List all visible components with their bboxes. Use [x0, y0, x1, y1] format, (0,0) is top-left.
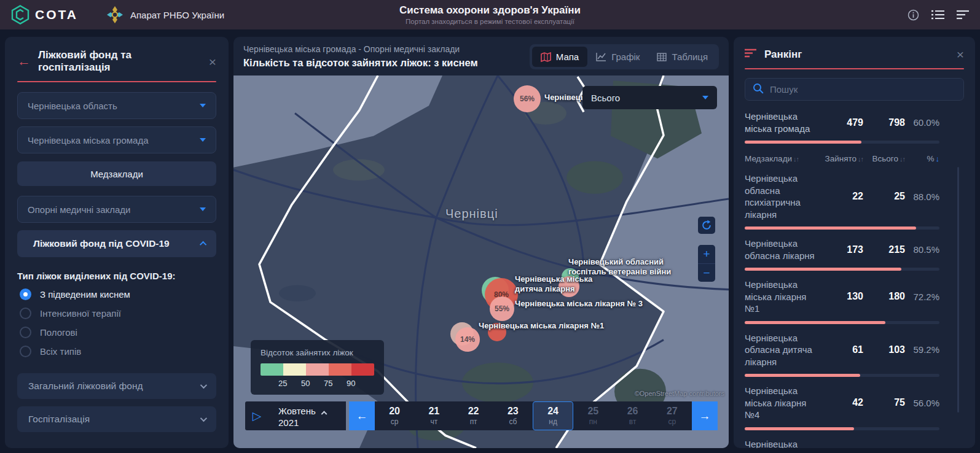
play-icon: ▷	[253, 409, 262, 423]
bubble-percent: 55%	[495, 304, 509, 313]
chevron-up-icon	[321, 411, 327, 417]
ranking-filter-icon	[745, 48, 757, 60]
map-label-h3: Чернівецька міська лікарня № 3	[515, 299, 643, 309]
section-hospitalization[interactable]: Госпіталізація	[17, 406, 216, 432]
year-label: 2021	[278, 417, 299, 428]
cota-logo[interactable]: COTA	[11, 5, 78, 25]
facility-type-select[interactable]: Опорні медичні заклади	[17, 196, 216, 223]
table-row[interactable]: Чернівецька обласна лікарня 173 215 80.5…	[745, 230, 964, 271]
map-refresh-button[interactable]	[698, 217, 715, 234]
play-button[interactable]: ▷	[245, 401, 269, 430]
radio-icon	[20, 346, 31, 357]
map-zoom-controls: + −	[698, 245, 715, 282]
radio-option-oxygen[interactable]: З підведеним киснем	[17, 288, 216, 300]
month-selector[interactable]: Жовтень 2021	[269, 401, 346, 430]
info-icon[interactable]	[907, 9, 919, 21]
ranking-rows: Чернівецька обласна психіатрична лікарня…	[745, 165, 964, 448]
day-cell-21[interactable]: 21чт	[414, 401, 453, 430]
city-label: Чернівці	[445, 207, 498, 221]
month-label: Жовтень	[278, 406, 316, 416]
app-header: COTA Апарат РНБО України Система охорони…	[0, 0, 980, 29]
zoom-in-button[interactable]: +	[698, 245, 715, 263]
timeline-prev-button[interactable]: ←	[349, 401, 375, 430]
cota-hexagon-icon	[11, 5, 29, 25]
map-breadcrumb: Чернівецька міська громада - Опорні меди…	[243, 44, 478, 54]
map-metric-select[interactable]: Всього	[582, 86, 717, 109]
covid-section-title: Ліжковий фонд під COVID-19	[33, 238, 170, 249]
summary-bar-track	[745, 141, 939, 144]
day-cell-27[interactable]: 27ср	[653, 401, 692, 430]
map-bubble-56[interactable]: 56%	[514, 85, 541, 112]
day-cell-26[interactable]: 26вт	[613, 401, 653, 430]
radio-option-label: Пологові	[40, 327, 77, 338]
ranking-close-icon[interactable]: ×	[957, 48, 964, 61]
radio-option-label: З підведеним киснем	[40, 289, 130, 300]
radio-option-maternity[interactable]: Пологові	[17, 326, 216, 338]
list-icon[interactable]	[931, 10, 944, 20]
ranking-title: Ранкінг	[764, 48, 949, 61]
zoom-out-button[interactable]: −	[698, 263, 715, 282]
summary-total: 798	[863, 117, 905, 128]
row-name: Чернівецька міська лікарня №4	[745, 385, 819, 421]
table-row[interactable]: Чернівецька міська лікарня №1 130 180 72…	[745, 271, 964, 324]
region-select[interactable]: Чернівецька область	[17, 92, 216, 119]
filters-title: Ліжковий фонд та госпіталізація	[38, 49, 202, 74]
facilities-button[interactable]: Медзаклади	[17, 161, 216, 186]
column-facilities[interactable]: Медзаклади↓↑	[745, 154, 819, 163]
sort-icon: ↓↑	[900, 155, 905, 163]
day-cell-20[interactable]: 20ср	[375, 401, 414, 430]
summary-name: Чернівецька міська громада	[745, 110, 819, 134]
filters-close-icon[interactable]: ×	[209, 55, 216, 68]
scrollbar[interactable]	[957, 167, 959, 412]
ranking-summary-row[interactable]: Чернівецька міська громада 479 798 60.0%	[745, 110, 964, 144]
map-canvas[interactable]: Чернівці 56% Чернівецька міс Чернівецьки…	[233, 76, 729, 448]
community-select[interactable]: Чернівецька міська громада	[17, 126, 216, 153]
table-header-row: Медзаклади↓↑ Зайнято↓↑ Всього↓↑ %↓	[745, 154, 964, 163]
summary-percent: 60.0%	[905, 117, 939, 128]
radio-option-label: Інтенсивної терапії	[40, 308, 121, 319]
timeline: ▷ Жовтень 2021 ← 20ср 21чт 22пт 23сб 24н…	[245, 401, 718, 430]
menu-sort-icon[interactable]	[957, 10, 969, 20]
row-total: 180	[863, 291, 905, 302]
column-occupied[interactable]: Зайнято↓↑	[819, 154, 863, 163]
section-label: Загальний ліжковий фонд	[28, 381, 143, 392]
tab-chart[interactable]: Графік	[587, 47, 648, 67]
search-input[interactable]	[770, 84, 956, 95]
app-title: Система охорони здоров'я України	[399, 4, 581, 17]
chevron-up-icon	[200, 241, 206, 248]
table-row[interactable]: Чернівецька обласна дитяча лікарня 61 10…	[745, 324, 964, 377]
section-total-bed-fund[interactable]: Загальний ліжковий фонд	[17, 373, 216, 399]
chevron-down-icon	[702, 96, 708, 99]
tab-table[interactable]: Таблиця	[648, 47, 716, 67]
day-cell-24-selected[interactable]: 24нд	[533, 401, 573, 430]
day-cell-22[interactable]: 22пт	[454, 401, 493, 430]
region-select-value: Чернівецька область	[28, 101, 117, 111]
org-label: Апарат РНБО України	[130, 10, 224, 20]
covid-section-toggle[interactable]: Ліжковий фонд під COVID-19	[17, 230, 216, 257]
day-cell-25[interactable]: 25пн	[573, 401, 613, 430]
rnbo-badge: Апарат РНБО України	[106, 6, 224, 24]
map-title: Кількість та відсоток зайнятих ліжок: з …	[243, 57, 478, 69]
back-arrow-icon[interactable]: ←	[17, 55, 31, 68]
app-title-block: Система охорони здоров'я України Портал …	[399, 4, 581, 25]
map-metric-value: Всього	[591, 93, 620, 103]
map-bubble-14[interactable]: 14%	[455, 327, 480, 352]
map-icon	[541, 52, 551, 62]
radio-option-intensive[interactable]: Інтенсивної терапії	[17, 307, 216, 319]
chart-icon	[596, 52, 606, 61]
column-percent[interactable]: %↓	[905, 154, 939, 163]
row-percent: 59.2%	[905, 344, 939, 355]
map-bubble-55[interactable]: 55%	[490, 296, 514, 321]
tab-map[interactable]: Мапа	[532, 47, 587, 67]
search-icon	[753, 83, 764, 96]
timeline-next-button[interactable]: →	[692, 401, 718, 430]
chevron-down-icon	[200, 415, 207, 422]
row-name: Чернівецька міська лікарня №1	[745, 279, 819, 315]
sort-icon: ↓↑	[793, 155, 799, 163]
table-row[interactable]: Чернівецька міська лікарня № 3 44 80 55.…	[745, 430, 964, 449]
table-row[interactable]: Чернівецька обласна психіатрична лікарня…	[745, 165, 964, 230]
column-total[interactable]: Всього↓↑	[863, 154, 905, 163]
table-row[interactable]: Чернівецька міська лікарня №4 42 75 56.0…	[745, 377, 964, 430]
day-cell-23[interactable]: 23сб	[493, 401, 533, 430]
radio-option-all-types[interactable]: Всіх типів	[17, 345, 216, 357]
